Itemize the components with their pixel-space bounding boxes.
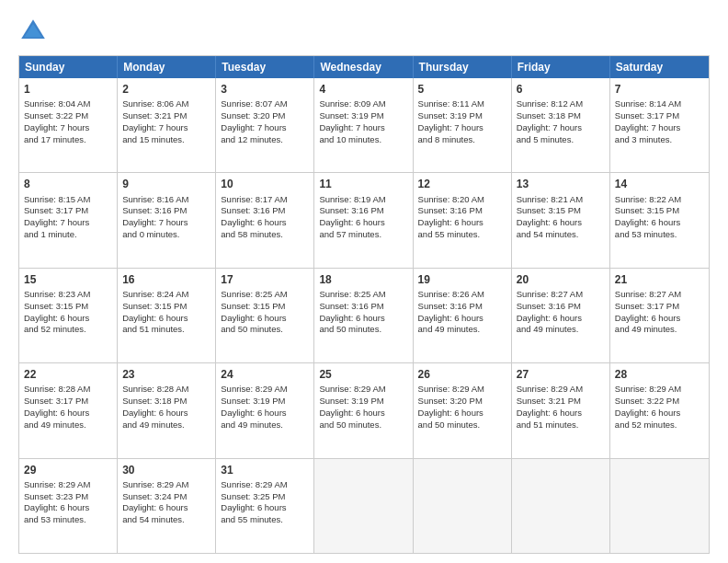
day-info-line: Sunrise: 8:29 AM	[418, 384, 484, 394]
day-info-line: Sunrise: 8:25 AM	[221, 289, 287, 299]
day-info-line: and 3 minutes.	[615, 134, 672, 144]
calendar-cell: 13Sunrise: 8:21 AMSunset: 3:15 PMDayligh…	[512, 173, 610, 267]
day-number: 4	[319, 82, 407, 97]
day-info-line: Sunset: 3:18 PM	[517, 110, 581, 121]
day-number: 7	[615, 82, 704, 97]
day-info-line: Daylight: 6 hours	[319, 313, 384, 323]
logo	[18, 17, 51, 46]
calendar-cell	[314, 459, 413, 553]
day-info-line: Daylight: 6 hours	[319, 408, 384, 418]
day-info-line: and 55 minutes.	[221, 514, 283, 524]
day-info-line: and 54 minutes.	[122, 514, 185, 524]
day-info-line: and 58 minutes.	[221, 229, 283, 239]
calendar-cell: 11Sunrise: 8:19 AMSunset: 3:16 PMDayligh…	[314, 173, 413, 267]
day-info-line: and 51 minutes.	[517, 419, 579, 430]
day-number: 13	[517, 177, 605, 191]
day-info-line: Sunset: 3:16 PM	[418, 301, 483, 311]
calendar-cell: 17Sunrise: 8:25 AMSunset: 3:15 PMDayligh…	[216, 269, 314, 362]
day-info-line: Daylight: 6 hours	[517, 408, 582, 418]
day-info-line: Sunset: 3:24 PM	[122, 491, 187, 501]
day-info-line: Daylight: 7 hours	[122, 122, 188, 132]
day-info-line: and 0 minutes.	[122, 229, 179, 239]
day-info-line: Sunset: 3:16 PM	[418, 205, 483, 215]
day-info-line: Daylight: 6 hours	[517, 313, 582, 323]
calendar-cell: 27Sunrise: 8:29 AMSunset: 3:21 PMDayligh…	[512, 363, 610, 457]
day-info-line: Daylight: 7 hours	[122, 217, 188, 227]
day-number: 28	[615, 367, 704, 382]
day-info-line: and 55 minutes.	[418, 229, 481, 239]
day-info-line: Sunset: 3:17 PM	[24, 205, 88, 215]
day-info-line: Daylight: 6 hours	[24, 408, 89, 418]
day-info-line: Daylight: 6 hours	[221, 313, 286, 323]
day-info-line: and 49 minutes.	[418, 324, 481, 334]
day-info-line: Sunset: 3:20 PM	[221, 110, 285, 121]
day-info-line: Sunrise: 8:15 AM	[24, 194, 90, 204]
day-info-line: and 12 minutes.	[221, 134, 283, 144]
day-number: 19	[418, 272, 506, 287]
day-info-line: Sunset: 3:19 PM	[221, 396, 285, 406]
day-info-line: Daylight: 6 hours	[418, 217, 483, 227]
calendar-cell: 26Sunrise: 8:29 AMSunset: 3:20 PMDayligh…	[414, 363, 512, 457]
header-day-thursday: Thursday	[414, 56, 512, 78]
day-info-line: Sunrise: 8:20 AM	[418, 194, 484, 204]
calendar-cell: 8Sunrise: 8:15 AMSunset: 3:17 PMDaylight…	[19, 173, 118, 267]
day-info-line: Sunrise: 8:25 AM	[319, 289, 385, 299]
day-info-line: Sunrise: 8:12 AM	[517, 98, 583, 109]
day-number: 15	[24, 272, 112, 287]
day-info-line: and 57 minutes.	[319, 229, 381, 239]
calendar-week-3: 15Sunrise: 8:23 AMSunset: 3:15 PMDayligh…	[19, 268, 709, 362]
calendar-cell: 30Sunrise: 8:29 AMSunset: 3:24 PMDayligh…	[118, 459, 216, 553]
day-info-line: Sunset: 3:16 PM	[517, 301, 581, 311]
calendar-cell: 21Sunrise: 8:27 AMSunset: 3:17 PMDayligh…	[610, 269, 709, 362]
day-info-line: Daylight: 7 hours	[418, 122, 483, 132]
calendar-body: 1Sunrise: 8:04 AMSunset: 3:22 PMDaylight…	[19, 78, 709, 553]
day-info-line: Sunrise: 8:17 AM	[221, 194, 287, 204]
day-info-line: and 50 minutes.	[221, 324, 283, 334]
day-info-line: and 49 minutes.	[517, 324, 579, 334]
calendar-cell: 12Sunrise: 8:20 AMSunset: 3:16 PMDayligh…	[414, 173, 512, 267]
day-info-line: Sunrise: 8:07 AM	[221, 98, 287, 109]
calendar-cell: 20Sunrise: 8:27 AMSunset: 3:16 PMDayligh…	[512, 269, 610, 362]
calendar: SundayMondayTuesdayWednesdayThursdayFrid…	[18, 55, 710, 554]
day-info-line: Daylight: 6 hours	[418, 408, 483, 418]
day-info-line: Sunset: 3:16 PM	[221, 205, 285, 215]
day-info-line: Daylight: 7 hours	[517, 122, 582, 132]
day-info-line: Sunrise: 8:28 AM	[24, 384, 90, 394]
calendar-cell	[610, 459, 709, 553]
day-info-line: and 15 minutes.	[122, 134, 185, 144]
day-info-line: Daylight: 6 hours	[122, 502, 188, 512]
day-number: 10	[221, 177, 309, 191]
day-number: 12	[418, 177, 506, 191]
day-info-line: Sunset: 3:17 PM	[615, 301, 679, 311]
calendar-cell: 18Sunrise: 8:25 AMSunset: 3:16 PMDayligh…	[314, 269, 413, 362]
day-info-line: Sunrise: 8:21 AM	[517, 194, 583, 204]
calendar-cell: 3Sunrise: 8:07 AMSunset: 3:20 PMDaylight…	[216, 78, 314, 172]
day-number: 23	[122, 367, 210, 382]
calendar-cell: 23Sunrise: 8:28 AMSunset: 3:18 PMDayligh…	[118, 363, 216, 457]
calendar-cell: 16Sunrise: 8:24 AMSunset: 3:15 PMDayligh…	[118, 269, 216, 362]
day-info-line: Sunset: 3:19 PM	[319, 110, 383, 121]
day-info-line: Sunset: 3:16 PM	[319, 205, 383, 215]
day-info-line: Sunrise: 8:29 AM	[615, 384, 681, 394]
day-number: 21	[615, 272, 704, 287]
day-info-line: Sunrise: 8:26 AM	[418, 289, 484, 299]
calendar-cell: 31Sunrise: 8:29 AMSunset: 3:25 PMDayligh…	[216, 459, 314, 553]
day-info-line: Sunset: 3:19 PM	[418, 110, 483, 121]
day-info-line: Sunset: 3:16 PM	[122, 205, 187, 215]
calendar-cell: 6Sunrise: 8:12 AMSunset: 3:18 PMDaylight…	[512, 78, 610, 172]
day-info-line: Sunset: 3:17 PM	[24, 396, 88, 406]
day-info-line: Sunset: 3:25 PM	[221, 491, 285, 501]
day-info-line: Daylight: 6 hours	[615, 408, 680, 418]
day-info-line: Sunset: 3:15 PM	[517, 205, 581, 215]
day-info-line: Sunset: 3:22 PM	[615, 396, 679, 406]
day-info-line: Daylight: 6 hours	[221, 408, 286, 418]
day-info-line: Sunrise: 8:16 AM	[122, 194, 188, 204]
day-info-line: Daylight: 6 hours	[221, 502, 286, 512]
header-day-friday: Friday	[512, 56, 610, 78]
calendar-cell: 4Sunrise: 8:09 AMSunset: 3:19 PMDaylight…	[314, 78, 413, 172]
day-info-line: Sunrise: 8:29 AM	[221, 479, 287, 489]
day-number: 5	[418, 82, 506, 97]
day-info-line: and 5 minutes.	[517, 134, 574, 144]
day-info-line: Sunset: 3:23 PM	[24, 491, 88, 501]
day-info-line: and 17 minutes.	[24, 134, 86, 144]
